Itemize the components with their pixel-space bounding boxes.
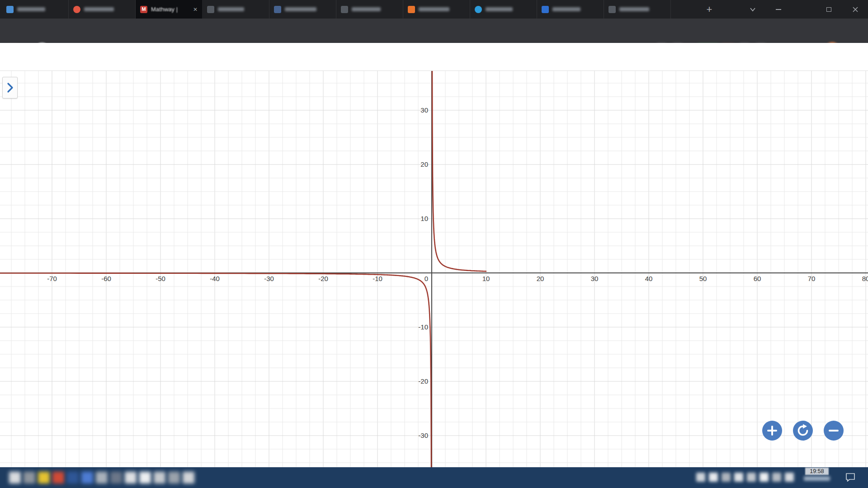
- taskbar-clock[interactable]: 19:58: [805, 468, 829, 474]
- x-tick-label: -70: [47, 275, 57, 282]
- y-tick-label: 30: [420, 106, 428, 114]
- tab-title-blurred: [552, 7, 580, 11]
- minimize-button[interactable]: [772, 0, 785, 19]
- tab-title-blurred: [352, 7, 381, 11]
- maximize-button[interactable]: [822, 0, 835, 19]
- tray-icon-blurred[interactable]: [709, 473, 718, 482]
- maximize-icon: [826, 7, 831, 12]
- y-tick-label: -30: [418, 432, 428, 439]
- x-tick-label: 20: [537, 275, 544, 282]
- screen: MMathway |✕ + ☆ ✓ Построение графиков: [0, 0, 868, 488]
- zoom-out-button[interactable]: [824, 421, 844, 441]
- x-tick-label: 50: [699, 275, 707, 282]
- y-tick-label: -20: [418, 377, 428, 385]
- taskbar-app-icon-blurred[interactable]: [24, 472, 35, 483]
- y-tick-label: 20: [420, 160, 428, 168]
- hyperbola-curve: [0, 273, 432, 468]
- zoom-in-button[interactable]: [762, 421, 782, 441]
- rotate-reset-icon: [793, 421, 813, 441]
- browser-tab[interactable]: [604, 0, 671, 19]
- taskbar-app-icon-blurred[interactable]: [67, 472, 79, 483]
- tab-favicon: [73, 6, 80, 13]
- tray-icon-blurred[interactable]: [734, 473, 743, 482]
- tab-favicon: [609, 6, 616, 13]
- x-tick-label: 80: [862, 275, 868, 282]
- tab-favicon: [6, 6, 14, 13]
- y-tick-label: 10: [420, 215, 428, 222]
- taskbar-app-icon-blurred[interactable]: [154, 472, 165, 483]
- browser-tab[interactable]: [470, 0, 537, 19]
- taskbar-app-icon-blurred[interactable]: [110, 472, 122, 483]
- tab-title-blurred: [419, 7, 449, 11]
- x-tick-label: -60: [101, 275, 111, 282]
- browser-tab[interactable]: [2, 0, 69, 19]
- close-icon: [852, 6, 859, 13]
- taskbar-app-icon-blurred[interactable]: [168, 472, 180, 483]
- page-header: Построение графиков Mathway: [0, 43, 868, 71]
- taskbar-app-icon-blurred[interactable]: [96, 472, 108, 483]
- x-tick-label: 10: [482, 275, 490, 282]
- tray-icon-blurred[interactable]: [760, 473, 769, 482]
- browser-tab[interactable]: [537, 0, 604, 19]
- tray-icon-blurred[interactable]: [772, 473, 781, 482]
- taskbar-app-icon-blurred[interactable]: [9, 472, 21, 483]
- function-plot: -70-60-50-40-30-20-101020304050607080302…: [0, 71, 868, 467]
- y-tick-label: -10: [418, 323, 428, 331]
- origin-label: 0: [425, 275, 428, 282]
- windows-taskbar: 19:58: [0, 467, 868, 488]
- x-tick-label: 60: [754, 275, 761, 282]
- taskbar-app-icon-blurred[interactable]: [38, 472, 50, 483]
- taskbar-app-icon-blurred[interactable]: [81, 472, 93, 483]
- browser-tab[interactable]: [336, 0, 403, 19]
- notification-center-icon[interactable]: [844, 471, 856, 485]
- taskbar-app-icon-blurred[interactable]: [139, 472, 151, 483]
- browser-tab[interactable]: [403, 0, 470, 19]
- taskbar-date-blurred: [804, 476, 830, 481]
- x-tick-label: -30: [264, 275, 274, 282]
- chevron-right-icon: [6, 82, 14, 93]
- graph-canvas[interactable]: -70-60-50-40-30-20-101020304050607080302…: [0, 71, 868, 467]
- browser-tab[interactable]: [69, 0, 136, 19]
- expand-panel-button[interactable]: [2, 77, 18, 99]
- tab-favicon: M: [140, 6, 147, 13]
- tab-list: MMathway |✕: [2, 0, 671, 19]
- tab-title-blurred: [84, 7, 114, 11]
- taskbar-app-icons: [9, 472, 194, 483]
- x-tick-label: -50: [156, 275, 165, 282]
- x-tick-label: 70: [808, 275, 816, 282]
- tab-title-blurred: [285, 7, 316, 11]
- browser-toolbar: ☆ ✓: [0, 19, 868, 43]
- tab-title-blurred: [17, 7, 45, 11]
- tray-icon-blurred[interactable]: [785, 473, 794, 482]
- zoom-controls: [762, 421, 844, 441]
- tab-favicon: [542, 6, 549, 13]
- x-tick-label: -20: [318, 275, 328, 282]
- minus-icon: [829, 430, 839, 432]
- taskbar-app-icon-blurred[interactable]: [125, 472, 137, 483]
- tab-title-blurred: [486, 7, 513, 11]
- tab-favicon: [274, 6, 281, 13]
- minimize-icon: [776, 9, 781, 10]
- tray-icon-blurred[interactable]: [722, 473, 731, 482]
- tab-title-blurred: [218, 7, 244, 11]
- x-tick-label: -40: [210, 275, 220, 282]
- tab-favicon: [207, 6, 214, 13]
- browser-tab[interactable]: [203, 0, 269, 19]
- tray-icon-blurred[interactable]: [696, 473, 705, 482]
- new-tab-button[interactable]: +: [703, 0, 716, 19]
- reset-view-button[interactable]: [793, 421, 813, 441]
- tab-favicon: [475, 6, 482, 13]
- tab-close-icon[interactable]: ✕: [193, 6, 198, 13]
- x-tick-label: -10: [373, 275, 382, 282]
- x-tick-label: 30: [591, 275, 599, 282]
- browser-tab[interactable]: [269, 0, 336, 19]
- system-tray: [696, 473, 794, 482]
- taskbar-app-icon-blurred[interactable]: [52, 472, 64, 483]
- tabs-chevron-icon[interactable]: [746, 0, 760, 19]
- close-window-button[interactable]: [849, 0, 862, 19]
- browser-tab-active[interactable]: MMathway |✕: [136, 0, 203, 19]
- browser-tab-strip: MMathway |✕ +: [0, 0, 868, 19]
- taskbar-app-icon-blurred[interactable]: [183, 472, 194, 483]
- x-tick-label: 40: [645, 275, 653, 282]
- tray-icon-blurred[interactable]: [747, 473, 756, 482]
